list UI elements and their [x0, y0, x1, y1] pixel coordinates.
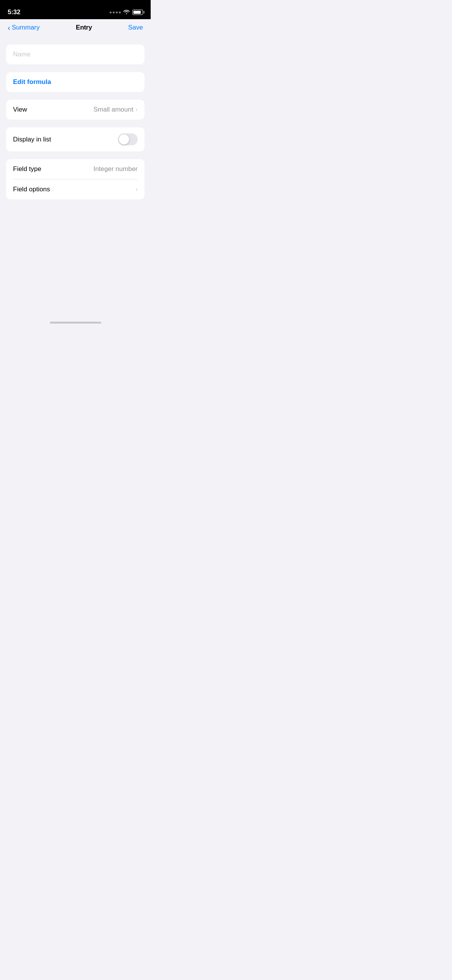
display-in-list-label: Display in list [13, 136, 51, 143]
name-input-card [6, 44, 145, 64]
field-options-row[interactable]: Field options › [6, 179, 145, 199]
status-icons [110, 9, 143, 15]
edit-formula-card: Edit formula [6, 72, 145, 92]
battery-icon [132, 10, 143, 15]
back-button[interactable]: ‹ Summary [8, 24, 39, 31]
back-label: Summary [12, 24, 40, 31]
view-row-card[interactable]: View Small amount › [6, 100, 145, 120]
name-input[interactable] [6, 44, 145, 64]
status-bar: 5:32 [0, 0, 151, 19]
view-value: Small amount [94, 106, 133, 113]
field-options-label: Field options [13, 186, 50, 193]
display-in-list-row: Display in list [6, 127, 145, 151]
edit-formula-button[interactable]: Edit formula [6, 72, 145, 92]
field-type-label: Field type [13, 165, 41, 173]
view-row[interactable]: View Small amount › [6, 100, 145, 120]
view-value-container: Small amount › [94, 106, 138, 113]
field-options-chevron-icon: › [136, 186, 138, 193]
field-type-row: Field type Integer number [6, 159, 145, 179]
view-label: View [13, 106, 27, 113]
toggle-thumb [119, 134, 129, 145]
status-time: 5:32 [8, 8, 20, 16]
navigation-header: ‹ Summary Entry Save [0, 19, 151, 35]
back-chevron-icon: ‹ [8, 24, 10, 31]
wifi-icon [123, 9, 130, 15]
signal-icon [110, 12, 121, 13]
page-title: Entry [76, 24, 92, 31]
display-in-list-card: Display in list [6, 127, 145, 151]
save-button[interactable]: Save [128, 24, 143, 31]
home-indicator [50, 322, 101, 324]
view-chevron-icon: › [136, 106, 138, 113]
field-settings-card: Field type Integer number Field options … [6, 159, 145, 199]
content-area: Edit formula View Small amount › Display… [0, 35, 151, 199]
field-type-value: Integer number [94, 165, 138, 173]
display-in-list-toggle[interactable] [118, 133, 138, 145]
toggle-track [118, 133, 138, 145]
